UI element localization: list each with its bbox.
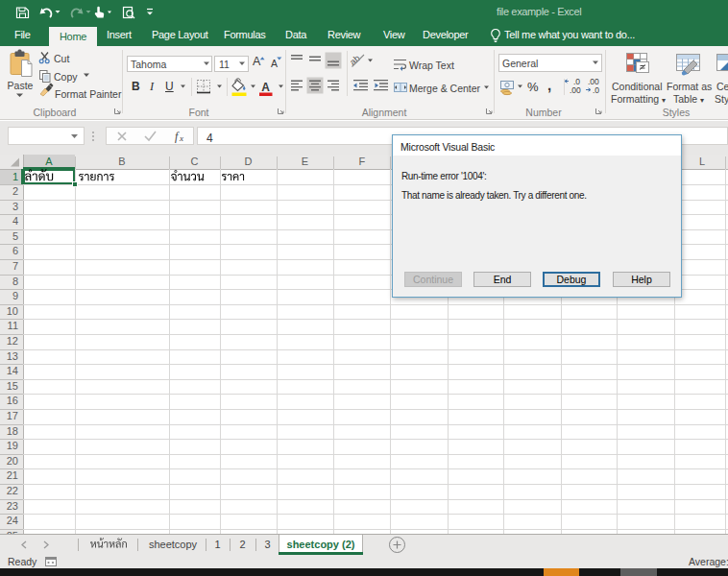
svg-text:ab: ab	[348, 53, 362, 67]
svg-text:A: A	[261, 81, 270, 94]
svg-text:.0: .0	[593, 85, 599, 95]
svg-text:x: x	[179, 133, 183, 143]
svg-text:.00: .00	[570, 85, 581, 95]
